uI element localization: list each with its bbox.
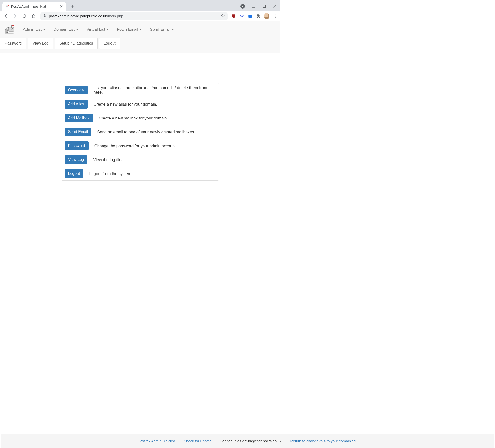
svg-rect-0 (6, 6, 8, 7)
password-button[interactable]: Password (65, 142, 89, 150)
send-email-button[interactable]: Send Email (65, 128, 92, 136)
nav-item-send-email[interactable]: Send Email (148, 24, 175, 35)
svg-rect-3 (263, 5, 265, 8)
window-maximize-icon[interactable] (259, 2, 269, 11)
svg-point-8 (275, 17, 275, 18)
page-body: Admin List Domain List Virtual List Fetc… (0, 21, 280, 181)
navbar: Admin List Domain List Virtual List Fetc… (0, 21, 280, 35)
action-desc: List your aliases and mailboxes. You can… (94, 85, 216, 95)
action-row-add-mailbox: Add Mailbox Create a new mailbox for you… (62, 111, 219, 125)
url-path: /main.php (107, 14, 123, 18)
close-icon[interactable]: ✕ (60, 4, 63, 9)
svg-rect-2 (252, 7, 255, 8)
tab-title: Postfix Admin - postfixad (11, 5, 58, 8)
profile-avatar[interactable] (264, 13, 269, 19)
actions-panel: Overview List your aliases and mailboxes… (62, 83, 219, 181)
ublock-icon[interactable] (231, 13, 236, 19)
action-desc: Logout from the system (89, 171, 131, 176)
app-menu-icon[interactable] (237, 2, 248, 11)
browser-toolbar: postfixadmin.david.palepurple.co.uk/main… (0, 11, 280, 21)
nav-item-domain-list[interactable]: Domain List (52, 24, 80, 35)
square-blue-icon[interactable] (248, 13, 253, 19)
action-desc: Send an email to one of your newly creat… (97, 130, 195, 134)
svg-point-6 (275, 14, 275, 15)
window-close-icon[interactable] (269, 2, 280, 11)
back-button[interactable] (2, 13, 9, 20)
view-log-button[interactable]: View Log (65, 155, 88, 164)
action-row-view-log: View Log View the log files. (62, 153, 219, 167)
tab-strip: Postfix Admin - postfixad ✕ + (0, 0, 280, 11)
nav-item-label: Admin List (23, 27, 42, 32)
app-logo[interactable] (3, 24, 17, 35)
caret-down-icon (172, 29, 174, 30)
kebab-menu-icon[interactable] (272, 13, 278, 19)
action-row-send-email: Send Email Send an email to one of your … (62, 125, 219, 139)
svg-rect-1 (6, 6, 8, 6)
overview-button[interactable]: Overview (65, 86, 88, 94)
app-header: Admin List Domain List Virtual List Fetc… (0, 21, 280, 53)
browser-chrome: Postfix Admin - postfixad ✕ + (0, 0, 280, 21)
action-desc: View the log files. (93, 158, 124, 162)
extensions-row (231, 13, 278, 19)
home-button[interactable] (30, 13, 37, 20)
svg-rect-10 (12, 25, 14, 26)
browser-tab[interactable]: Postfix Admin - postfixad ✕ (2, 2, 66, 11)
forward-button[interactable] (12, 13, 19, 20)
nav-item-label: Domain List (54, 27, 75, 32)
svg-point-7 (275, 16, 275, 16)
svg-rect-4 (44, 15, 46, 17)
tab-password[interactable]: Password (0, 38, 26, 49)
window-minimize-icon[interactable] (248, 2, 259, 11)
action-row-overview: Overview List your aliases and mailboxes… (62, 83, 219, 97)
url-host: postfixadmin.david.palepurple.co.uk (49, 14, 107, 18)
nav-item-label: Virtual List (86, 27, 105, 32)
nav-item-label: Send Email (150, 27, 170, 32)
caret-down-icon (140, 29, 142, 30)
nav-right-tabs: Password View Log Setup / Diagnostics Lo… (0, 38, 280, 49)
new-tab-button[interactable]: + (69, 3, 76, 10)
svg-rect-5 (248, 15, 252, 18)
action-row-add-alias: Add Alias Create a new alias for your do… (62, 97, 219, 111)
tab-setup-diagnostics[interactable]: Setup / Diagnostics (55, 38, 98, 49)
reload-button[interactable] (21, 13, 28, 20)
action-row-logout: Logout Logout from the system (62, 167, 219, 181)
action-desc: Change the password for your admin accou… (95, 144, 177, 148)
add-alias-button[interactable]: Add Alias (65, 100, 88, 108)
address-bar[interactable]: postfixadmin.david.palepurple.co.uk/main… (40, 12, 228, 20)
extensions-puzzle-icon[interactable] (256, 13, 261, 19)
action-row-password: Password Change the password for your ad… (62, 139, 219, 153)
nav-menu: Admin List Domain List Virtual List Fetc… (21, 24, 175, 35)
nav-item-label: Fetch Email (117, 27, 138, 32)
tab-view-log[interactable]: View Log (28, 38, 53, 49)
snowflake-icon[interactable] (239, 13, 245, 19)
action-desc: Create a new alias for your domain. (94, 102, 157, 106)
caret-down-icon (107, 29, 109, 30)
window-controls (237, 2, 280, 11)
bookmark-star-icon[interactable] (221, 13, 225, 19)
logout-button[interactable]: Logout (65, 169, 83, 178)
main-content: Overview List your aliases and mailboxes… (0, 53, 280, 181)
action-desc: Create a new mailbox for your domain. (99, 116, 168, 120)
tab-logout[interactable]: Logout (99, 38, 120, 49)
url-text: postfixadmin.david.palepurple.co.uk/main… (49, 14, 123, 18)
nav-item-fetch-email[interactable]: Fetch Email (115, 24, 143, 35)
svg-point-12 (5, 33, 14, 34)
caret-down-icon (76, 29, 78, 30)
caret-down-icon (43, 29, 45, 30)
lock-icon (43, 14, 46, 18)
tab-favicon (5, 4, 9, 8)
nav-item-virtual-list[interactable]: Virtual List (85, 24, 110, 35)
add-mailbox-button[interactable]: Add Mailbox (65, 114, 93, 122)
nav-item-admin-list[interactable]: Admin List (21, 24, 47, 35)
